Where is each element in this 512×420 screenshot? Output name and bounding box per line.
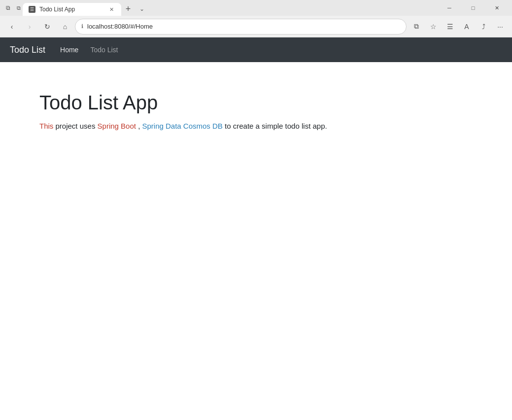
reading-mode-button[interactable]: A: [459, 19, 475, 35]
address-bar-info-icon: ℹ: [81, 23, 83, 30]
desc-spring-data-cosmos: Spring Data Cosmos DB: [142, 122, 222, 130]
tab-close-button[interactable]: ✕: [107, 5, 115, 13]
favorites-button[interactable]: ☆: [425, 19, 441, 35]
split-view-button[interactable]: ⧉: [409, 19, 424, 35]
address-text: localhost:8080/#/Home: [87, 23, 400, 30]
app-content: Todo List Home Todo List Todo List App T…: [0, 37, 512, 420]
app-nav-links: Home Todo List: [55, 43, 123, 57]
tab-favicon-text: ☰: [30, 7, 34, 12]
page-heading: Todo List App: [39, 92, 473, 114]
nav-link-todo-list[interactable]: Todo List: [85, 43, 123, 57]
page-description: This project uses Spring Boot , Spring D…: [39, 121, 473, 132]
tab-favicon: ☰: [29, 6, 35, 13]
browser-window: ⧉ ⧉ ☰ Todo List App ✕ + ⌄ ─ □ ✕ ‹ › ↻ ⌂ …: [0, 0, 512, 420]
nav-link-home[interactable]: Home: [55, 43, 83, 57]
app-brand: Todo List: [10, 45, 45, 55]
title-bar: ⧉ ⧉ ☰ Todo List App ✕ + ⌄ ─ □ ✕: [0, 0, 512, 16]
nav-right-buttons: ⧉ ☆ ☰ A ⤴ ···: [409, 19, 508, 35]
desc-project-uses: project uses: [56, 122, 98, 130]
new-tab-button[interactable]: +: [121, 2, 135, 16]
browser-tab[interactable]: ☰ Todo List App ✕: [23, 3, 121, 16]
desc-rest: to create a simple todo list app.: [225, 122, 327, 130]
tab-bar: ☰ Todo List App ✕ + ⌄: [23, 0, 434, 16]
tab-list-button[interactable]: ⌄: [135, 2, 149, 16]
main-content: Todo List App This project uses Spring B…: [0, 62, 512, 420]
more-button[interactable]: ···: [492, 19, 508, 35]
browser-back-icon: ⧉: [4, 4, 12, 12]
tab-title: Todo List App: [39, 6, 103, 13]
reading-list-button[interactable]: ☰: [442, 19, 458, 35]
app-navbar: Todo List Home Todo List: [0, 37, 512, 62]
home-button[interactable]: ⌂: [57, 19, 73, 35]
refresh-button[interactable]: ↻: [39, 19, 55, 35]
forward-button[interactable]: ›: [22, 19, 37, 35]
close-button[interactable]: ✕: [485, 0, 508, 16]
back-button[interactable]: ‹: [4, 19, 20, 35]
desc-spring-boot: Spring Boot: [98, 122, 136, 130]
maximize-button[interactable]: □: [462, 0, 484, 16]
desc-this: This: [39, 122, 53, 130]
share-button[interactable]: ⤴: [476, 19, 491, 35]
nav-bar: ‹ › ↻ ⌂ ℹ localhost:8080/#/Home ⧉ ☆ ☰ A …: [0, 16, 512, 37]
minimize-button[interactable]: ─: [438, 0, 461, 16]
title-bar-left: ⧉ ⧉: [4, 4, 23, 12]
window-controls: ─ □ ✕: [438, 0, 508, 16]
address-bar[interactable]: ℹ localhost:8080/#/Home: [75, 19, 407, 35]
browser-menu-icon: ⧉: [15, 4, 23, 12]
